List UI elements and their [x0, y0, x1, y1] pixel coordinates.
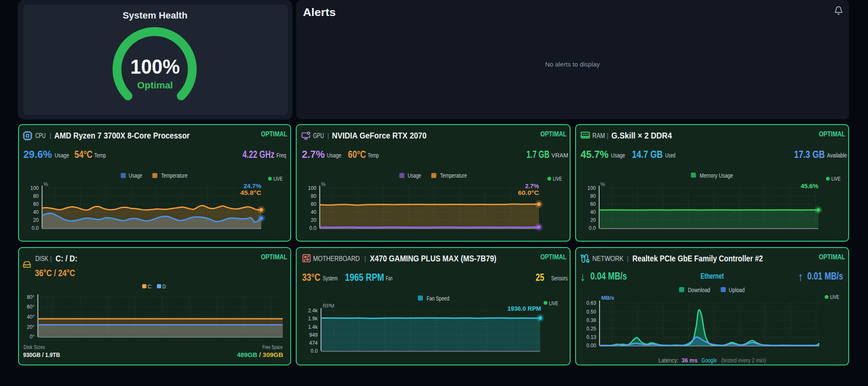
svg-text:40°: 40°	[27, 314, 35, 320]
svg-text:45.8°C: 45.8°C	[240, 189, 262, 196]
svg-text:60: 60	[311, 201, 317, 207]
svg-text:0.00: 0.00	[587, 343, 597, 349]
svg-text:RPM: RPM	[323, 303, 334, 309]
svg-text:1.9k: 1.9k	[308, 316, 318, 322]
svg-text:0.13: 0.13	[587, 334, 597, 340]
svg-text:60°: 60°	[27, 304, 35, 310]
svg-text:0.0: 0.0	[311, 348, 318, 354]
svg-text:80: 80	[311, 193, 317, 199]
svg-text:80: 80	[590, 193, 596, 199]
svg-text:60: 60	[33, 201, 39, 207]
svg-text:20: 20	[33, 217, 39, 223]
svg-text:%: %	[43, 181, 48, 187]
svg-text:24.7%: 24.7%	[244, 183, 261, 189]
svg-text:2.4k: 2.4k	[308, 308, 318, 314]
svg-text:100: 100	[587, 185, 596, 191]
svg-text:1.4k: 1.4k	[308, 324, 318, 330]
svg-text:100: 100	[30, 185, 39, 191]
svg-text:2.7%: 2.7%	[525, 183, 539, 189]
svg-text:1936.0 RPM: 1936.0 RPM	[507, 305, 541, 312]
svg-text:0.50: 0.50	[587, 309, 597, 315]
svg-text:0.63: 0.63	[587, 300, 597, 306]
svg-text:80: 80	[33, 193, 39, 199]
svg-text:40: 40	[590, 209, 596, 215]
svg-text:100: 100	[308, 185, 316, 191]
svg-text:0.0: 0.0	[32, 225, 39, 231]
svg-text:474: 474	[309, 340, 318, 346]
svg-text:0.0: 0.0	[589, 225, 596, 231]
svg-text:60.0°C: 60.0°C	[518, 189, 539, 196]
svg-text:80°: 80°	[27, 294, 35, 300]
svg-text:0.25: 0.25	[587, 326, 597, 332]
svg-text:MB/s: MB/s	[601, 295, 614, 301]
svg-text:40: 40	[33, 209, 39, 215]
svg-text:45.6%: 45.6%	[801, 183, 818, 189]
svg-text:20: 20	[311, 217, 317, 223]
svg-text:0°: 0°	[30, 334, 35, 340]
svg-text:20: 20	[590, 217, 596, 223]
svg-text:%: %	[321, 181, 326, 187]
svg-text:60: 60	[590, 201, 596, 207]
svg-text:%: %	[600, 181, 605, 187]
svg-text:40: 40	[311, 209, 317, 215]
svg-text:0.0: 0.0	[309, 225, 316, 231]
svg-text:949: 949	[309, 332, 318, 338]
svg-text:0.38: 0.38	[587, 317, 597, 323]
svg-text:20°: 20°	[27, 324, 35, 330]
